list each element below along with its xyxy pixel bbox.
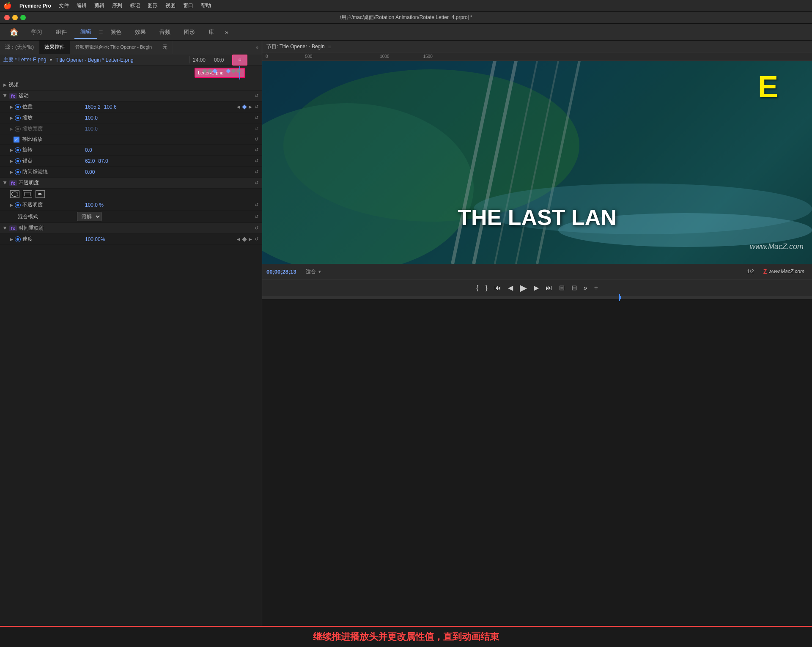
scrub-bar[interactable] — [262, 296, 812, 299]
scale-width-value[interactable]: 100.0 — [85, 126, 98, 132]
opacity-reset-btn[interactable]: ↺ — [255, 202, 258, 208]
motion-reset-btn[interactable]: ↺ — [255, 93, 258, 99]
scale-width-reset-btn[interactable]: ↺ — [255, 126, 258, 132]
minimize-button[interactable] — [12, 15, 18, 20]
menu-sequence[interactable]: 序列 — [112, 2, 122, 9]
speed-prev-kf[interactable]: ◀ — [237, 237, 240, 241]
add-button[interactable]: + — [594, 284, 598, 292]
position-stopwatch-icon[interactable] — [15, 104, 21, 110]
workspace-more[interactable]: » — [222, 29, 232, 36]
ec-playhead — [239, 66, 240, 80]
anchor-x-value[interactable]: 62.0 — [85, 158, 95, 164]
scale-reset-btn[interactable]: ↺ — [255, 115, 258, 121]
more-controls[interactable]: » — [584, 284, 587, 292]
clip-expand-arrow[interactable]: ▼ — [49, 58, 53, 62]
play-button[interactable]: ▶ — [520, 282, 527, 293]
ec-timeline[interactable]: Letter-E.png — [0, 66, 262, 80]
speed-expand[interactable]: ▶ — [10, 237, 13, 241]
speed-reset-btn[interactable]: ↺ — [255, 236, 258, 242]
ws-learn[interactable]: 学习 — [25, 26, 48, 38]
uniform-scale-checkbox[interactable]: ✓ — [14, 137, 19, 143]
ws-effects[interactable]: 效果 — [129, 26, 152, 38]
speed-value[interactable]: 100.00% — [85, 236, 105, 242]
tab-audio-mixer[interactable]: 音频剪辑混合器: Title Opener - Begin — [70, 41, 157, 54]
anchor-y-value[interactable]: 87.0 — [98, 158, 108, 164]
time-remap-reset-btn[interactable]: ↺ — [255, 225, 258, 231]
position-keyframe-diamond[interactable] — [242, 104, 247, 109]
loop-button[interactable]: ⊞ — [559, 284, 565, 292]
ws-graphics[interactable]: 图形 — [178, 26, 201, 38]
position-prev-keyframe[interactable]: ◀ — [237, 104, 240, 109]
scale-width-expand[interactable]: ▶ — [10, 127, 13, 131]
apple-menu[interactable]: 🍎 — [3, 2, 12, 10]
opacity-stopwatch-icon[interactable] — [15, 202, 21, 208]
position-reset[interactable]: ↺ — [255, 104, 258, 110]
position-next-keyframe[interactable]: ▶ — [249, 104, 252, 109]
menu-file[interactable]: 文件 — [59, 2, 69, 9]
position-expand[interactable]: ▶ — [10, 105, 13, 109]
speed-stopwatch-icon[interactable] — [15, 236, 21, 242]
rotation-reset-btn[interactable]: ↺ — [255, 147, 258, 153]
motion-section-header[interactable]: ▶ fx 运动 ↺ — [0, 90, 262, 101]
ws-edit[interactable]: 编辑 — [74, 25, 97, 39]
menu-premiere-pro[interactable]: Premiere Pro — [19, 3, 51, 9]
ws-color[interactable]: 颜色 — [104, 26, 127, 38]
video-category[interactable]: ▶ 视频 — [0, 80, 262, 90]
menu-clip[interactable]: 剪辑 — [94, 2, 104, 9]
menu-view[interactable]: 视图 — [165, 2, 176, 9]
anchor-reset-btn[interactable]: ↺ — [255, 158, 258, 164]
tab-effect-controls[interactable]: 效果控件 — [39, 41, 70, 54]
rotation-stopwatch-icon[interactable] — [15, 147, 21, 153]
anchor-expand[interactable]: ▶ — [10, 159, 13, 163]
anchor-stopwatch-icon[interactable] — [15, 158, 21, 164]
ws-library[interactable]: 库 — [203, 26, 220, 38]
step-frame-back[interactable]: ◀ — [508, 284, 513, 292]
position-y-value[interactable]: 100.6 — [104, 104, 117, 110]
scale-value[interactable]: 100.0 — [85, 115, 98, 121]
tab-source[interactable]: 源：(无剪辑) — [0, 41, 39, 54]
menu-edit[interactable]: 编辑 — [77, 2, 87, 9]
blend-mode-reset-btn[interactable]: ↺ — [255, 214, 258, 219]
speed-kf-diamond[interactable] — [242, 237, 247, 241]
close-button[interactable] — [4, 15, 10, 20]
ws-audio[interactable]: 音频 — [154, 26, 176, 38]
blend-mode-select[interactable]: 溶解 — [77, 212, 102, 221]
out-point-button[interactable]: } — [485, 284, 487, 292]
fullscreen-button[interactable] — [20, 15, 26, 20]
step-frame-fwd[interactable]: ▶ — [534, 284, 539, 292]
rotation-value[interactable]: 0.0 — [85, 147, 92, 153]
preview-menu-icon[interactable]: ≡ — [328, 44, 331, 50]
opacity-value[interactable]: 100.0 % — [85, 202, 104, 208]
step-back-button[interactable]: ⏮ — [494, 284, 501, 292]
rotation-expand[interactable]: ▶ — [10, 148, 13, 152]
in-point-button[interactable]: { — [476, 284, 478, 292]
fit-selector[interactable]: 适合 ▼ — [306, 268, 322, 275]
ws-assembly[interactable]: 组件 — [50, 26, 73, 38]
scale-width-stopwatch-icon[interactable] — [15, 126, 21, 132]
antiflicker-value[interactable]: 0.00 — [85, 169, 95, 175]
time-remap-section-header[interactable]: ▶ fx 时间重映射 ↺ — [0, 223, 262, 234]
tabs-more[interactable]: » — [252, 44, 262, 50]
home-button[interactable]: 🏠 — [4, 27, 24, 37]
menu-marker[interactable]: 标记 — [130, 2, 140, 9]
tab-meta[interactable]: 元 — [157, 41, 173, 54]
uniform-scale-reset-btn[interactable]: ↺ — [255, 137, 258, 142]
scale-expand[interactable]: ▶ — [10, 116, 13, 120]
scale-stopwatch-icon[interactable] — [15, 115, 21, 121]
position-x-value[interactable]: 1605.2 — [85, 104, 101, 110]
step-fwd-button[interactable]: ⏭ — [546, 284, 552, 292]
menu-window[interactable]: 窗口 — [183, 2, 193, 9]
antiflicker-expand[interactable]: ▶ — [10, 170, 13, 174]
menu-help[interactable]: 帮助 — [201, 2, 211, 9]
speed-next-kf[interactable]: ▶ — [249, 237, 252, 241]
rect-mask-button[interactable] — [23, 190, 32, 198]
ellipse-mask-button[interactable] — [10, 190, 19, 198]
opacity-section-reset-btn[interactable]: ↺ — [255, 180, 258, 186]
opacity-section-header[interactable]: ▶ fx 不透明度 ↺ — [0, 178, 262, 189]
safe-margin-button[interactable]: ⊟ — [571, 284, 577, 292]
menu-graphics[interactable]: 图形 — [148, 2, 158, 9]
antiflicker-reset-btn[interactable]: ↺ — [255, 169, 258, 175]
pen-mask-button[interactable]: ✒ — [36, 190, 45, 198]
antiflicker-stopwatch-icon[interactable] — [15, 169, 21, 175]
opacity-expand[interactable]: ▶ — [10, 203, 13, 207]
